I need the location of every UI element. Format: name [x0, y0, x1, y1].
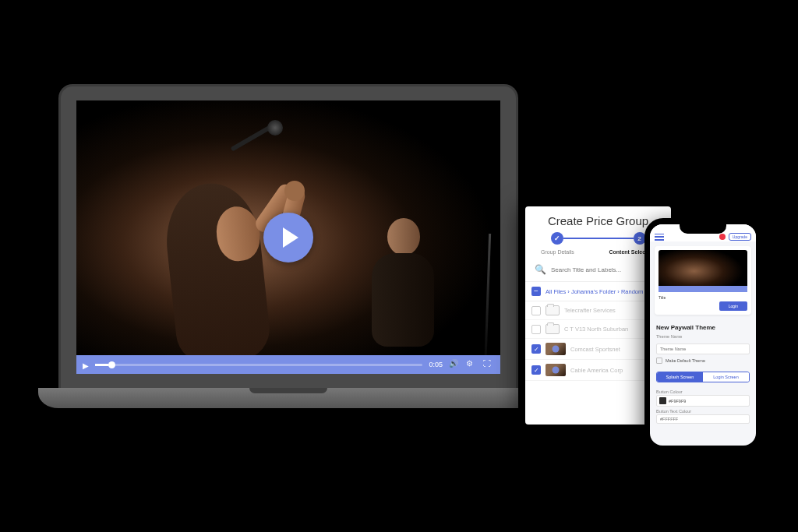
step-1-label: Group Details — [541, 249, 574, 255]
elapsed-time: 0:05 — [429, 361, 443, 368]
play-pause-icon[interactable] — [83, 358, 89, 372]
select-all-checkbox[interactable] — [531, 287, 541, 296]
laptop-device: 0:05 🔊 ⚙ ⛶ — [58, 84, 518, 408]
performer-guitarist — [344, 218, 454, 366]
preview-title: Title — [659, 295, 666, 300]
preview-video-thumb — [659, 250, 747, 292]
theme-name-label: Theme Name — [656, 334, 750, 339]
row-label: Cable America Corp — [570, 367, 623, 374]
folder-icon — [546, 324, 560, 334]
video-thumb-icon — [546, 343, 566, 355]
default-theme-checkbox[interactable] — [656, 358, 662, 364]
row-checkbox[interactable] — [531, 306, 541, 315]
fullscreen-icon[interactable]: ⛶ — [483, 359, 494, 370]
laptop-base — [38, 388, 538, 408]
seek-bar[interactable] — [95, 364, 422, 366]
volume-icon[interactable]: 🔊 — [449, 359, 460, 370]
theme-form: New Paywall Theme Theme Name Make Defaul… — [650, 319, 756, 368]
notification-icon[interactable] — [719, 234, 726, 240]
row-checkbox[interactable] — [531, 365, 541, 375]
video-player[interactable]: 0:05 🔊 ⚙ ⛶ — [76, 100, 500, 374]
button-colour-input[interactable]: #F9F9F9 — [656, 395, 750, 407]
settings-icon[interactable]: ⚙ — [466, 359, 477, 370]
button-text-colour-input[interactable]: #FFFFFF — [656, 414, 750, 424]
folder-icon — [546, 305, 560, 315]
default-theme-label: Make Default Theme — [666, 358, 705, 363]
button-colour-label: Button Colour — [656, 389, 750, 394]
paywall-preview-card: Title Login — [655, 246, 751, 315]
phone-screen: Upgrade Title Login New Paywall Theme Th… — [650, 224, 756, 446]
row-label: Telecrafter Services — [564, 307, 616, 314]
colour-swatch-icon — [659, 397, 666, 404]
theme-name-input[interactable] — [656, 344, 750, 354]
button-text-colour-label: Button Text Colour — [656, 409, 750, 414]
performer-singer — [139, 164, 318, 374]
step-1-dot[interactable] — [551, 232, 563, 245]
laptop-bezel: 0:05 🔊 ⚙ ⛶ — [58, 84, 518, 388]
row-label: Comcast Sportsnet — [570, 346, 620, 353]
hamburger-icon[interactable] — [655, 234, 664, 241]
search-icon: 🔍 — [535, 264, 546, 275]
row-label: C T V13 North Suburban — [564, 326, 628, 333]
breadcrumb[interactable]: All Files › Johanna's Folder › Random — [546, 288, 643, 295]
screen-tabs: Splash Screen Login Screen — [656, 372, 750, 382]
tab-login-screen[interactable]: Login Screen — [703, 372, 749, 382]
mic-stand-icon — [484, 234, 491, 374]
phone-device: Upgrade Title Login New Paywall Theme Th… — [644, 218, 761, 452]
play-button[interactable] — [263, 213, 313, 262]
row-checkbox[interactable] — [531, 325, 541, 334]
section-title: New Paywall Theme — [656, 324, 750, 331]
tab-splash-screen[interactable]: Splash Screen — [657, 372, 703, 382]
phone-notch — [680, 224, 726, 234]
login-button[interactable]: Login — [719, 301, 747, 311]
video-controls-bar: 0:05 🔊 ⚙ ⛶ — [76, 355, 500, 374]
video-thumb-icon — [546, 364, 566, 376]
upgrade-button[interactable]: Upgrade — [729, 233, 751, 241]
row-checkbox[interactable] — [531, 344, 541, 354]
